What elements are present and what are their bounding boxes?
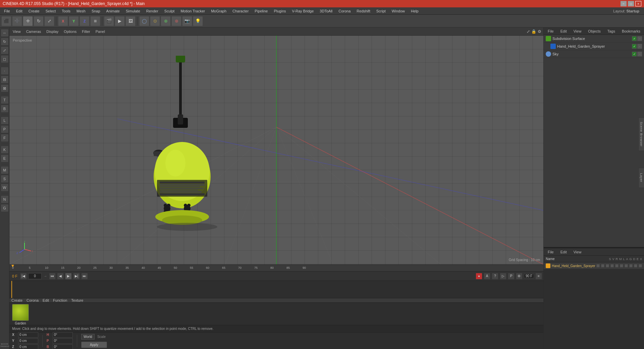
menu-mograph[interactable]: MoGraph	[208, 8, 229, 14]
tc-goto-end[interactable]: ⏭	[81, 273, 88, 280]
obj-dot-sprayer[interactable]: ·	[637, 44, 642, 49]
lt-rotate[interactable]: ↻	[1, 38, 9, 46]
toolbar-axis-z[interactable]: Z	[79, 16, 90, 26]
lt-magnet[interactable]: M	[1, 166, 9, 174]
mat-texture[interactable]: Texture	[71, 298, 83, 302]
mat-corona[interactable]: Corona	[26, 298, 39, 302]
vp-icon-expand[interactable]: ⤢	[527, 29, 530, 34]
attr-flag-a-val[interactable]	[620, 264, 623, 267]
menu-corona[interactable]: Corona	[336, 8, 353, 14]
timeline-track[interactable]	[9, 281, 543, 298]
menu-3dtoall[interactable]: 3DToAll	[317, 8, 335, 14]
close-button[interactable]: ×	[635, 1, 641, 6]
toolbar-rotate[interactable]: ↻	[34, 16, 44, 26]
toolbar-deformer[interactable]: ⊗	[171, 16, 181, 26]
mat-edit[interactable]: Edit	[43, 298, 49, 302]
tc-next-frame[interactable]: ▶|	[73, 273, 80, 280]
menu-select[interactable]: Select	[43, 8, 59, 14]
menu-redshift[interactable]: Redshift	[354, 8, 373, 14]
tc-play[interactable]: ▶	[65, 273, 72, 280]
menu-character[interactable]: Character	[230, 8, 251, 14]
rp-tab-tags[interactable]: Tags	[605, 29, 617, 34]
rot-p-input[interactable]	[53, 338, 73, 344]
rp-tab-objects[interactable]: Objects	[586, 29, 602, 34]
toolbar-camera[interactable]: 📷	[182, 16, 192, 26]
lt-edges[interactable]: ⊟	[1, 76, 9, 84]
toolbar-axis-y[interactable]: Y	[69, 16, 79, 26]
menu-tools[interactable]: Tools	[59, 8, 73, 14]
tc-autokey[interactable]: A	[484, 273, 490, 280]
obj-check-subdiv[interactable]: ✓	[632, 36, 637, 41]
attr-flag-d-val[interactable]	[629, 264, 633, 267]
obj-hand-held-sprayer[interactable]: Hand_Held_Garden_Sprayer ✓ ·	[544, 43, 644, 50]
rp-tab-view[interactable]: View	[572, 29, 584, 34]
tc-prev-frame[interactable]: ◀	[57, 273, 64, 280]
material-item[interactable]: Garden	[12, 304, 29, 325]
obj-dot-subdiv[interactable]: ·	[637, 36, 642, 41]
tc-settings[interactable]: ⚙	[516, 273, 523, 280]
toolbar-axis-x[interactable]: X	[58, 16, 68, 26]
attr-flag-r-val[interactable]	[606, 264, 609, 267]
layer-tab[interactable]: Layer	[638, 168, 644, 188]
scene-browser-tab[interactable]: Scene Browser	[638, 117, 644, 151]
rp-tab-bookmarks[interactable]: Bookmarks	[620, 29, 642, 34]
apply-button[interactable]: Apply	[81, 342, 107, 348]
menu-create[interactable]: Create	[26, 8, 42, 14]
obj-check-sky[interactable]: ✓	[632, 52, 637, 56]
attr-flag-e-val[interactable]	[634, 264, 637, 267]
vp-menu-options[interactable]: Options	[62, 29, 78, 34]
menu-vray[interactable]: V-Ray Bridge	[289, 8, 317, 14]
menu-sculpt[interactable]: Sculpt	[162, 8, 177, 14]
menu-mesh[interactable]: Mesh	[74, 8, 88, 14]
obj-subdivision-surface[interactable]: Subdivision Surface ✓ ·	[544, 35, 644, 43]
toolbar-render-view[interactable]: ▶	[115, 16, 125, 26]
lt-brush[interactable]: B	[1, 105, 9, 113]
lt-move[interactable]: ↔	[1, 29, 9, 37]
tc-extra[interactable]: ≡	[535, 273, 542, 280]
attr-flag-m-val[interactable]	[610, 264, 614, 267]
vp-menu-panel[interactable]: Panel	[94, 29, 106, 34]
toolbar-add[interactable]: ➕	[12, 16, 22, 26]
toolbar-model-mode[interactable]: ⬛	[1, 16, 11, 26]
tc-prev-key[interactable]: |◀	[20, 273, 27, 280]
menu-plugins[interactable]: Plugins	[271, 8, 288, 14]
lt-poly2[interactable]: P	[1, 125, 9, 133]
toolbar-torus[interactable]: ⊙	[150, 16, 160, 26]
menu-edit[interactable]: Edit	[13, 8, 25, 14]
attr-flag-x-val[interactable]	[639, 264, 642, 267]
restore-button[interactable]: □	[628, 1, 634, 6]
obj-check-sprayer[interactable]: ✓	[632, 44, 637, 49]
attr-tab-file[interactable]: File	[546, 249, 556, 255]
toolbar-nurbs[interactable]: ⊕	[161, 16, 171, 26]
menu-motiontracker[interactable]: Motion Tracker	[178, 8, 208, 14]
frame-input[interactable]	[28, 273, 42, 279]
menu-render[interactable]: Render	[144, 8, 161, 14]
pos-z-input[interactable]	[18, 344, 38, 349]
pos-y-input[interactable]	[18, 338, 38, 344]
attr-obj-row[interactable]: Hand_Held_Garden_Sprayer	[544, 262, 644, 269]
lt-weld[interactable]: W	[1, 184, 9, 192]
menu-file[interactable]: File	[1, 8, 13, 14]
menu-window[interactable]: Window	[389, 8, 408, 14]
toolbar-render[interactable]: 🖼	[125, 16, 136, 26]
attr-flag-v-val[interactable]	[601, 264, 604, 267]
rp-tab-file[interactable]: File	[546, 29, 556, 34]
menu-simulate[interactable]: Simulate	[123, 8, 143, 14]
material-swatch[interactable]	[12, 304, 29, 321]
mat-function[interactable]: Function	[53, 298, 67, 302]
obj-sky[interactable]: Sky ✓ ·	[544, 50, 644, 58]
lt-extrude[interactable]: E	[1, 154, 9, 162]
mat-create[interactable]: Create	[11, 298, 22, 302]
lt-knife[interactable]: K	[1, 146, 9, 154]
toolbar-render-region[interactable]: 🎬	[104, 16, 114, 26]
vp-icon-settings[interactable]: ⚙	[538, 29, 541, 34]
obj-dot-sky[interactable]: ·	[637, 52, 642, 56]
attr-flag-l-val[interactable]	[615, 264, 619, 267]
lt-fill[interactable]: F	[1, 134, 9, 142]
tc-info[interactable]: ?	[492, 273, 498, 280]
toolbar-sphere[interactable]: ◯	[139, 16, 149, 26]
lt-loop[interactable]: L	[1, 116, 9, 124]
vp-menu-filter[interactable]: Filter	[80, 29, 91, 34]
lt-poly[interactable]: ◻	[1, 55, 9, 63]
tc-param[interactable]: P	[508, 273, 515, 280]
